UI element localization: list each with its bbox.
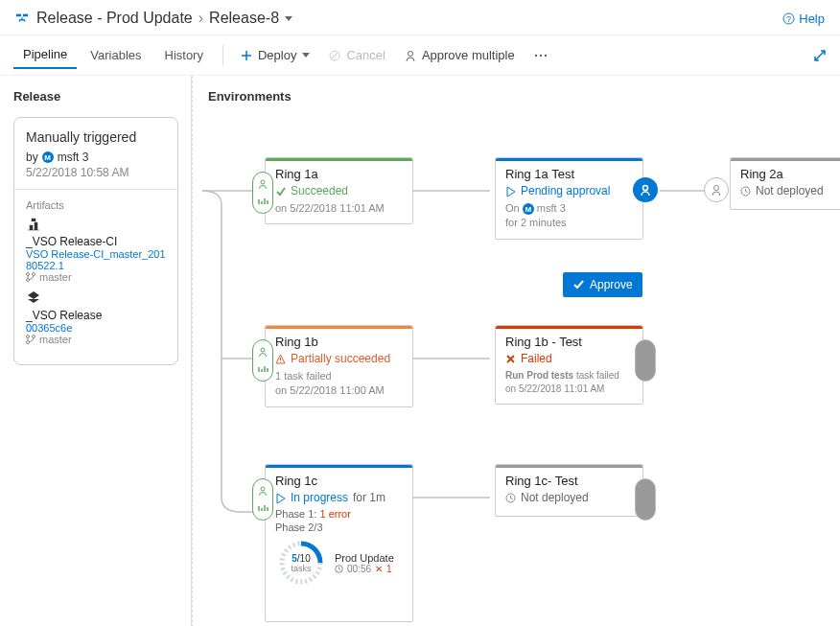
separator	[222, 45, 223, 66]
toolbar: Pipeline Variables History Deploy Cancel…	[0, 35, 840, 76]
ellipsis-icon	[534, 54, 548, 58]
svg-point-7	[540, 54, 542, 56]
status-label: Not deployed	[756, 184, 824, 197]
stage-status: Succeeded	[275, 184, 403, 197]
chevron-down-icon[interactable]	[285, 16, 292, 21]
user-badge-icon: M	[42, 151, 54, 163]
pre-approval-indicator[interactable]	[704, 177, 729, 202]
pipeline-canvas: Ring 1a Succeeded on 5/22/2018 11:01 AM …	[193, 76, 840, 626]
approver-user: msft 3	[537, 202, 566, 214]
svg-point-5	[408, 51, 412, 56]
clock-icon	[505, 493, 516, 503]
tab-pipeline[interactable]: Pipeline	[13, 41, 77, 69]
svg-point-9	[27, 273, 30, 276]
stage-status: Partially succeeded	[275, 352, 403, 365]
stage-ring1c[interactable]: Ring 1c In progress for 1m Phase 1: 1 er…	[265, 464, 413, 622]
check-icon	[572, 279, 584, 290]
stage-status: Not deployed	[505, 491, 633, 504]
approval-indicator[interactable]	[633, 177, 658, 202]
tab-variables[interactable]: Variables	[81, 42, 151, 68]
svg-point-10	[33, 273, 35, 276]
stage-ring1b[interactable]: Ring 1b Partially succeeded 1 task faile…	[265, 325, 413, 407]
status-label: Failed	[521, 352, 552, 365]
gates-icon	[257, 502, 268, 514]
pre-gate-pill[interactable]	[252, 172, 273, 214]
trigger-timestamp: 5/22/2018 10:58 AM	[26, 166, 166, 179]
svg-point-13	[33, 336, 35, 338]
stage-ring1b-test[interactable]: Ring 1b - Test Failed Run Prod tests tas…	[495, 325, 643, 405]
breadcrumb-sep: ›	[198, 10, 203, 27]
branch-name: master	[39, 271, 72, 283]
stage-ring1c-test[interactable]: Ring 1c- Test Not deployed	[495, 464, 643, 517]
svg-point-6	[535, 54, 537, 56]
artifact-item: _VSO Release 00365c6e master	[26, 290, 166, 345]
stage-name: Ring 2a	[740, 167, 834, 181]
triggered-by: by M msft 3	[26, 151, 166, 164]
stage-ring1a-test[interactable]: Ring 1a Test Pending approval On M msft …	[495, 157, 643, 240]
status-label: Pending approval	[521, 184, 610, 197]
branch-name: master	[39, 334, 72, 345]
artifact-branch: master	[26, 334, 166, 345]
pre-gate-pill[interactable]	[252, 478, 273, 521]
duration-label: for 1m	[353, 491, 385, 504]
svg-rect-1	[23, 14, 28, 17]
status-bar	[266, 158, 412, 161]
phase-1-row: Phase 1: 1 error	[275, 508, 403, 520]
artifact-item: _VSO Release-CI VSO Release-CI_master_20…	[26, 217, 166, 283]
stage-status: Not deployed	[740, 184, 834, 197]
build-icon	[26, 217, 41, 232]
stage-ring2a[interactable]: Ring 2a Not deployed	[730, 157, 840, 210]
svg-text:?: ?	[786, 14, 791, 24]
person-icon	[257, 485, 268, 497]
breadcrumb-release[interactable]: Release-8	[209, 10, 279, 27]
post-gate-pill[interactable]	[635, 478, 656, 521]
artifact-link[interactable]: 00365c6e	[26, 322, 166, 334]
more-button[interactable]	[526, 50, 555, 61]
check-icon	[275, 186, 286, 197]
status-label: Succeeded	[291, 184, 348, 197]
clock-icon	[740, 186, 751, 197]
release-pane-title: Release	[13, 89, 178, 104]
status-bar	[496, 465, 642, 468]
branch-icon	[26, 272, 35, 282]
approve-button[interactable]: Approve	[563, 272, 642, 297]
help-link[interactable]: ? Help	[782, 12, 825, 26]
svg-point-14	[27, 341, 30, 344]
svg-point-20	[643, 365, 647, 369]
branch-icon	[26, 335, 35, 344]
expand-icon[interactable]	[813, 49, 827, 62]
artifact-link[interactable]: VSO Release-CI_master_20180522.1	[26, 248, 166, 271]
svg-point-11	[27, 279, 30, 282]
person-icon	[640, 502, 651, 514]
deploy-button[interactable]: Deploy	[233, 44, 317, 66]
gates-icon	[640, 485, 651, 497]
status-bar	[266, 465, 412, 468]
svg-point-19	[261, 348, 265, 352]
stage-meta: Run Prod tests task failed on 5/22/2018 …	[505, 369, 633, 396]
cancel-button[interactable]: Cancel	[321, 44, 392, 66]
environments-pane: Environments Ring 1a	[192, 76, 840, 626]
timer-value: 00:56	[347, 564, 371, 574]
breadcrumb-project[interactable]: Release - Prod Update	[36, 10, 193, 27]
breadcrumb: Release - Prod Update › Release-8	[36, 10, 292, 27]
tab-history[interactable]: History	[155, 42, 213, 68]
svg-point-24	[643, 504, 647, 508]
stage-ring1a[interactable]: Ring 1a Succeeded on 5/22/2018 11:01 AM	[265, 157, 413, 224]
post-gate-pill[interactable]	[635, 339, 656, 382]
task-unit: tasks	[291, 564, 311, 573]
trigger-title: Manually triggered	[26, 129, 166, 145]
status-label: In progress	[291, 491, 348, 504]
approve-multiple-button[interactable]: Approve multiple	[397, 44, 523, 66]
task-name: Prod Update	[335, 552, 394, 564]
stage-status: Pending approval	[505, 184, 633, 197]
triggered-by-user[interactable]: msft 3	[58, 151, 89, 164]
gates-icon	[257, 363, 268, 375]
svg-point-8	[545, 54, 547, 56]
status-bar	[496, 326, 642, 329]
status-label: Not deployed	[521, 491, 589, 504]
progress-ring: 5/10 tasks	[275, 537, 327, 589]
pre-gate-pill[interactable]	[252, 339, 273, 382]
gates-icon	[640, 346, 651, 358]
on-label: On	[505, 202, 520, 214]
chevron-down-icon	[302, 53, 310, 58]
